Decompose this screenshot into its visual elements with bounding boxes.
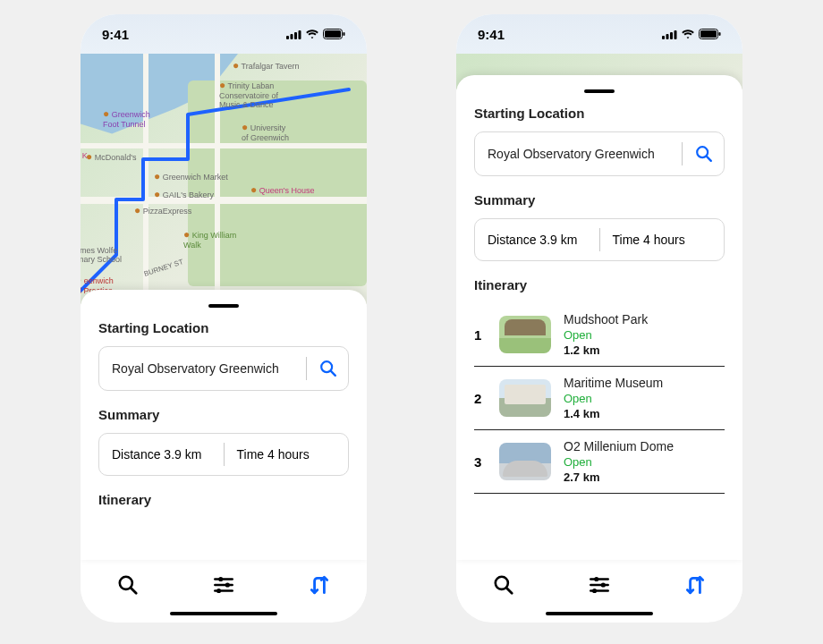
poi-k[interactable]: ● K: [81, 148, 88, 161]
svg-rect-20: [675, 30, 677, 39]
status-indicators: [662, 29, 721, 39]
itinerary-status: Open: [564, 328, 648, 342]
poi-kingwilliam[interactable]: ● King William Walk: [183, 228, 236, 250]
phone-mockup-expanded: 9:41 Starting Location Royal Observatory…: [456, 14, 742, 623]
section-starting-location: Starting Location: [474, 106, 725, 121]
poi-trinity[interactable]: ● Trinity Laban Conservatoire of Music &…: [219, 79, 278, 109]
phone-mockup-collapsed: 9:41 ● Trafalgar Tavern ● Trinity Laban …: [81, 14, 367, 623]
status-indicators: [286, 29, 345, 39]
starting-location-field[interactable]: Royal Observatory Greenwich: [98, 346, 349, 391]
itinerary-name: Maritime Museum: [564, 376, 663, 390]
bottom-sheet[interactable]: Starting Location Royal Observatory Gree…: [456, 75, 742, 560]
starting-location-value: Royal Observatory Greenwich: [112, 361, 297, 376]
itinerary-distance: 1.2 km: [564, 343, 648, 357]
tab-filters[interactable]: [580, 571, 619, 599]
status-bar: 9:41: [81, 14, 367, 54]
poi-market[interactable]: ● Greenwich Market: [154, 170, 228, 182]
itinerary-distance: 2.7 km: [564, 470, 674, 484]
summary-distance: Distance 3.9 km: [488, 233, 587, 247]
svg-line-27: [507, 588, 513, 593]
tab-search[interactable]: [484, 571, 523, 599]
svg-point-12: [218, 577, 223, 581]
itinerary-item[interactable]: 2 Maritime Museum Open 1.4 km: [474, 367, 725, 430]
poi-foot-tunnel[interactable]: ● Greenwich Foot Tunnel: [103, 107, 150, 129]
svg-point-31: [601, 582, 606, 587]
svg-rect-22: [700, 30, 717, 38]
home-indicator[interactable]: [170, 612, 277, 615]
svg-rect-5: [325, 30, 341, 38]
section-itinerary: Itinerary: [98, 492, 349, 507]
status-bar: 9:41: [456, 14, 742, 54]
summary-distance: Distance 3.9 km: [112, 447, 211, 462]
section-summary: Summary: [474, 192, 725, 208]
svg-rect-17: [662, 36, 665, 39]
starting-location-field[interactable]: Royal Observatory Greenwich: [474, 131, 725, 176]
status-time: 9:41: [102, 27, 129, 42]
summary-time: Time 4 hours: [237, 447, 336, 462]
itinerary-status: Open: [564, 392, 663, 405]
search-button[interactable]: [316, 356, 341, 381]
svg-rect-1: [291, 34, 293, 39]
tab-filters[interactable]: [204, 571, 243, 599]
section-starting-location: Starting Location: [98, 320, 349, 335]
summary-time: Time 4 hours: [613, 233, 712, 247]
sliders-icon: [212, 573, 235, 597]
tab-route[interactable]: [675, 571, 715, 599]
search-icon: [492, 573, 515, 597]
home-indicator[interactable]: [546, 612, 653, 615]
itinerary-number: 2: [474, 391, 487, 406]
svg-line-8: [331, 371, 335, 376]
itinerary-thumbnail: [499, 443, 551, 480]
poi-wolfe[interactable]: ames Wolfe imary School: [81, 246, 122, 264]
tab-search[interactable]: [108, 571, 148, 599]
svg-line-25: [707, 157, 711, 161]
summary-box: Distance 3.9 km Time 4 hours: [98, 433, 349, 476]
svg-rect-23: [719, 32, 721, 36]
poi-mcdonalds[interactable]: ● McDonald's: [86, 150, 137, 163]
route-icon: [683, 573, 707, 597]
svg-point-29: [594, 577, 598, 581]
poi-university[interactable]: ● University of Greenwich: [242, 121, 289, 142]
itinerary-item[interactable]: 1 Mudshoot Park Open 1.2 km: [474, 303, 725, 367]
itinerary-number: 1: [474, 327, 487, 343]
tab-bar: [456, 560, 742, 610]
itinerary-thumbnail: [499, 316, 551, 353]
tab-route[interactable]: [300, 571, 339, 599]
itinerary-item[interactable]: 3 O2 Millenium Dome Open 2.7 km: [474, 430, 725, 494]
starting-location-value: Royal Observatory Greenwich: [488, 147, 673, 161]
itinerary-name: Mudshoot Park: [564, 312, 648, 326]
summary-box: Distance 3.9 km Time 4 hours: [474, 218, 725, 261]
sliders-icon: [588, 573, 611, 597]
itinerary-distance: 1.4 km: [564, 407, 663, 420]
section-itinerary: Itinerary: [474, 277, 725, 292]
svg-rect-18: [666, 34, 669, 39]
svg-point-14: [225, 582, 230, 587]
svg-rect-3: [299, 30, 301, 39]
tab-bar: [81, 560, 367, 610]
itinerary-thumbnail: [499, 379, 551, 417]
poi-gails[interactable]: ● GAIL's Bakery: [154, 188, 214, 200]
search-icon: [318, 359, 338, 378]
route-icon: [308, 573, 331, 597]
itinerary-status: Open: [564, 455, 674, 469]
svg-rect-0: [286, 36, 289, 39]
svg-line-10: [132, 588, 137, 593]
section-summary: Summary: [98, 407, 349, 422]
status-time: 9:41: [478, 27, 505, 42]
poi-pizza[interactable]: ● PizzaExpress: [134, 204, 191, 216]
map-view[interactable]: ● Trafalgar Tavern ● Trinity Laban Conse…: [81, 54, 367, 304]
search-icon: [694, 144, 714, 164]
svg-point-16: [216, 589, 221, 593]
svg-rect-2: [294, 32, 297, 39]
itinerary-name: O2 Millenium Dome: [564, 439, 674, 453]
sheet-grabber[interactable]: [584, 89, 615, 93]
poi-queens[interactable]: ● Queen's House: [250, 183, 315, 196]
svg-rect-6: [344, 32, 345, 36]
poi-trafalgar[interactable]: ● Trafalgar Tavern: [233, 59, 300, 72]
sheet-grabber[interactable]: [208, 304, 239, 308]
svg-rect-19: [670, 32, 673, 39]
svg-point-33: [592, 589, 597, 593]
itinerary-number: 3: [474, 454, 487, 470]
search-button[interactable]: [691, 141, 717, 166]
bottom-sheet[interactable]: Starting Location Royal Observatory Gree…: [81, 290, 367, 560]
